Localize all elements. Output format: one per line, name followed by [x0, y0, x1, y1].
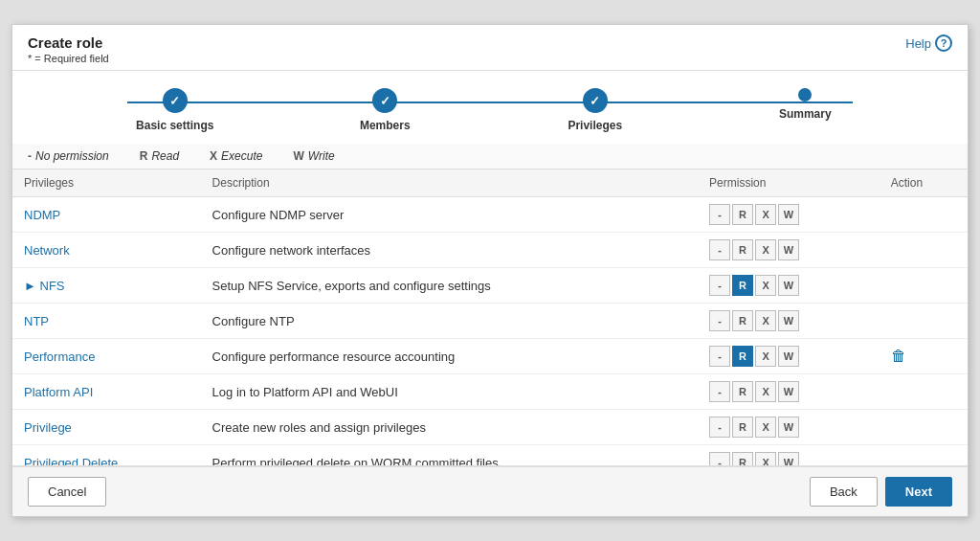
perm-btn-w-row-3[interactable]: W [778, 310, 799, 331]
stepper: Basic settings Members Privileges Summar… [12, 71, 968, 144]
check-icon-members [380, 93, 390, 108]
cell-privilege: NTP [12, 304, 201, 339]
privilege-link[interactable]: Privilege [24, 420, 72, 435]
cell-action: 🗑 [880, 339, 968, 374]
step-summary: Summary [701, 88, 911, 121]
legend-execute: X Execute [210, 149, 262, 163]
privilege-link[interactable]: Network [24, 243, 70, 258]
table-row: PrivilegeCreate new roles and assign pri… [12, 410, 968, 445]
legend-write: W Write [293, 149, 334, 163]
footer-right-buttons: Back Next [810, 477, 952, 507]
perm-btn-r-row-0[interactable]: R [732, 204, 753, 225]
cell-privilege: Performance [12, 339, 201, 374]
privilege-link[interactable]: NDMP [24, 208, 60, 222]
perm-btn-w-row-6[interactable]: W [778, 417, 799, 438]
perm-btn-x-row-3[interactable]: X [755, 310, 776, 331]
cell-permission: -RXW [698, 197, 880, 233]
privilege-link[interactable]: NTP [24, 314, 49, 328]
perm-btn-x-row-4[interactable]: X [755, 346, 776, 367]
col-description: Description [201, 169, 698, 197]
perm-btn-r-row-7[interactable]: R [732, 452, 753, 466]
perm-btn-w-row-5[interactable]: W [778, 381, 799, 402]
step-circle-summary [798, 88, 812, 101]
cancel-button[interactable]: Cancel [28, 477, 106, 507]
check-icon-privileges [590, 93, 600, 108]
cell-permission: -RXW [698, 268, 880, 304]
step-label-members: Members [360, 119, 411, 132]
perm-btn-w-row-4[interactable]: W [778, 346, 799, 367]
cell-permission: -RXW [698, 233, 880, 268]
perm-btn-dash-row-6[interactable]: - [709, 417, 730, 438]
next-button[interactable]: Next [885, 477, 952, 507]
perm-btn-dash-row-7[interactable]: - [709, 452, 730, 466]
help-button[interactable]: Help ? [905, 34, 952, 52]
perm-btn-r-row-2[interactable]: R [732, 275, 753, 296]
perm-btn-x-row-6[interactable]: X [755, 417, 776, 438]
cell-action [880, 268, 968, 304]
perm-btn-dash-row-1[interactable]: - [709, 239, 730, 260]
perm-btn-r-row-1[interactable]: R [732, 239, 753, 260]
table-row: NDMPConfigure NDMP server-RXW [12, 197, 968, 233]
perm-btn-dash-row-2[interactable]: - [709, 275, 730, 296]
check-icon-basic [169, 93, 180, 108]
col-permission: Permission [698, 169, 880, 197]
dialog-footer: Cancel Back Next [12, 466, 968, 516]
cell-privilege: ► NFS [12, 268, 201, 304]
cell-description: Perform privileged delete on WORM commit… [201, 445, 698, 467]
perm-btn-r-row-6[interactable]: R [732, 417, 753, 438]
dialog-title: Create role [28, 34, 109, 51]
cell-description: Configure performance resource accountin… [201, 339, 698, 374]
header-left: Create role * = Required field [28, 34, 109, 64]
legend-r-symbol: R [140, 149, 148, 163]
privilege-link[interactable]: Privileged Delete [24, 456, 118, 467]
cell-action [880, 233, 968, 268]
legend-read: R Read [140, 149, 179, 163]
legend-no-permission-label: No permission [35, 149, 109, 163]
delete-icon[interactable]: 🗑 [891, 348, 906, 364]
perm-btn-dash-row-0[interactable]: - [709, 204, 730, 225]
privilege-link[interactable]: Performance [24, 349, 95, 364]
perm-btn-w-row-7[interactable]: W [778, 452, 799, 466]
required-note: * = Required field [28, 53, 109, 64]
perm-btn-w-row-1[interactable]: W [778, 239, 799, 260]
step-label-basic-settings: Basic settings [136, 119, 213, 132]
step-circle-members [372, 88, 397, 113]
legend-w-symbol: W [293, 149, 303, 163]
table-header-row: Privileges Description Permission Action [12, 169, 968, 197]
expand-arrow-icon[interactable]: ► [24, 279, 36, 293]
perm-btn-x-row-7[interactable]: X [755, 452, 776, 466]
privileges-table: Privileges Description Permission Action… [12, 169, 968, 466]
perm-btn-x-row-0[interactable]: X [755, 204, 776, 225]
step-circle-privileges [583, 88, 608, 113]
cell-permission: -RXW [698, 374, 880, 410]
perm-btn-dash-row-5[interactable]: - [709, 381, 730, 402]
legend-bar: - No permission R Read X Execute W Write [12, 144, 968, 169]
dialog-header: Create role * = Required field Help ? [12, 25, 968, 71]
perm-btn-r-row-5[interactable]: R [732, 381, 753, 402]
perm-btn-w-row-2[interactable]: W [778, 275, 799, 296]
table-row: PerformanceConfigure performance resourc… [12, 339, 968, 374]
cell-action [880, 304, 968, 339]
cell-description: Configure network interfaces [201, 233, 698, 268]
cell-privilege: Network [12, 233, 201, 268]
back-button[interactable]: Back [810, 477, 878, 507]
perm-btn-r-row-3[interactable]: R [732, 310, 753, 331]
table-row: ► NFSSetup NFS Service, exports and conf… [12, 268, 968, 304]
privileges-table-container: Privileges Description Permission Action… [12, 169, 968, 466]
perm-btn-x-row-1[interactable]: X [755, 239, 776, 260]
step-label-summary: Summary [779, 107, 832, 121]
perm-btn-dash-row-3[interactable]: - [709, 310, 730, 331]
cell-privilege: Privilege [12, 410, 201, 445]
step-members: Members [280, 88, 491, 132]
perm-btn-w-row-0[interactable]: W [778, 204, 799, 225]
perm-btn-x-row-5[interactable]: X [755, 381, 776, 402]
privilege-link[interactable]: NFS [40, 279, 65, 293]
privilege-link[interactable]: Platform API [24, 385, 93, 399]
perm-btn-r-row-4[interactable]: R [732, 346, 753, 367]
table-row: NTPConfigure NTP-RXW [12, 304, 968, 339]
legend-no-permission: - No permission [28, 149, 109, 163]
perm-btn-dash-row-4[interactable]: - [709, 346, 730, 367]
create-role-dialog: Create role * = Required field Help ? Ba… [11, 24, 969, 517]
perm-btn-x-row-2[interactable]: X [755, 275, 776, 296]
step-privileges: Privileges [490, 88, 701, 132]
